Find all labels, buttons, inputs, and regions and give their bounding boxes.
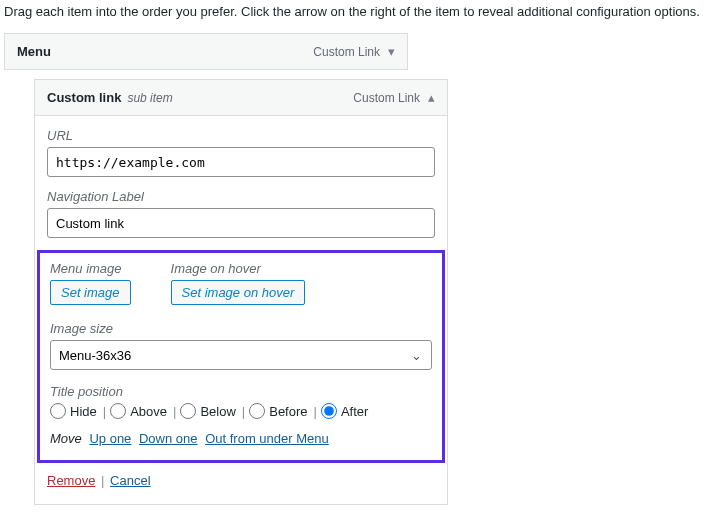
move-line: Move Up one Down one Out from under Menu <box>50 431 432 446</box>
radio-above[interactable] <box>110 403 126 419</box>
move-up-link[interactable]: Up one <box>89 431 131 446</box>
parent-type: Custom Link <box>313 45 380 59</box>
nav-label-input[interactable] <box>47 208 435 238</box>
parent-title: Menu <box>17 44 313 59</box>
chevron-up-icon[interactable]: ▴ <box>428 90 435 105</box>
url-input[interactable] <box>47 147 435 177</box>
set-image-button[interactable]: Set image <box>50 280 131 305</box>
cancel-link[interactable]: Cancel <box>110 473 150 488</box>
image-size-select[interactable]: Menu-36x36 <box>50 340 432 370</box>
move-down-link[interactable]: Down one <box>139 431 198 446</box>
move-out-link[interactable]: Out from under Menu <box>205 431 329 446</box>
child-subtitle: sub item <box>127 91 172 105</box>
radio-hide[interactable] <box>50 403 66 419</box>
radio-before[interactable] <box>249 403 265 419</box>
url-label: URL <box>47 128 435 143</box>
menu-image-settings: Menu image Set image Image on hover Set … <box>37 250 445 463</box>
menu-item-parent[interactable]: Menu Custom Link ▾ <box>4 33 408 70</box>
radio-after[interactable] <box>321 403 337 419</box>
nav-label-label: Navigation Label <box>47 189 435 204</box>
child-title: Custom linksub item <box>47 90 353 105</box>
child-header[interactable]: Custom linksub item Custom Link ▴ <box>35 80 447 116</box>
set-hover-image-button[interactable]: Set image on hover <box>171 280 306 305</box>
menu-item-child: Custom linksub item Custom Link ▴ URL Na… <box>34 79 448 505</box>
remove-link[interactable]: Remove <box>47 473 95 488</box>
image-size-label: Image size <box>50 321 432 336</box>
separator: | <box>101 473 104 488</box>
instructions-text: Drag each item into the order you prefer… <box>4 4 710 19</box>
radio-below[interactable] <box>180 403 196 419</box>
title-position-label: Title position <box>50 384 432 399</box>
title-position-radios: Hide| Above| Below| Before| After <box>50 403 432 419</box>
child-type: Custom Link <box>353 91 420 105</box>
chevron-down-icon[interactable]: ▾ <box>388 44 395 59</box>
hover-image-label: Image on hover <box>171 261 306 276</box>
menu-image-label: Menu image <box>50 261 131 276</box>
